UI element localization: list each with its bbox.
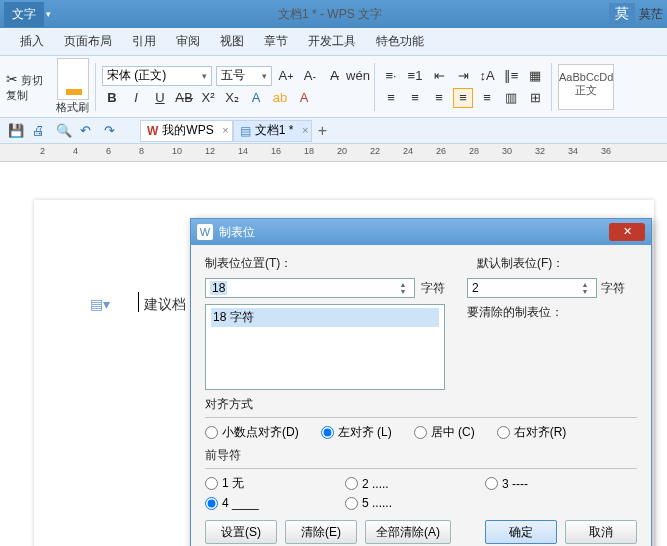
spinner-icon[interactable]: ▲▼ <box>396 281 410 295</box>
tab-mywps[interactable]: W 我的WPS × <box>140 120 233 142</box>
leader-4-radio[interactable]: 4 ____ <box>205 496 305 510</box>
menu-special[interactable]: 特色功能 <box>376 33 424 50</box>
app-menu-button[interactable]: 文字 <box>4 2 44 27</box>
menu-view[interactable]: 视图 <box>220 33 244 50</box>
clear-all-button[interactable]: 全部清除(A) <box>365 520 451 544</box>
shading-button[interactable]: ▥ <box>501 88 521 108</box>
strike-button[interactable]: A̶B̶ <box>174 88 194 108</box>
ribbon: ✂ 剪切 复制 格式刷 宋体 (正文)▾ 五号▾ A+ A- A̶ wén B … <box>0 56 667 118</box>
font-color-button[interactable]: A <box>246 88 266 108</box>
window-title: 文档1 * - WPS 文字 <box>51 6 609 23</box>
subscript-button[interactable]: X₂ <box>222 88 242 108</box>
print-icon[interactable]: 🖨 <box>32 123 48 139</box>
ruler-tick: 8 <box>139 146 144 156</box>
clear-button[interactable]: 清除(E) <box>285 520 357 544</box>
menu-dev[interactable]: 开发工具 <box>308 33 356 50</box>
tab-label: 我的WPS <box>162 122 213 139</box>
grow-font-button[interactable]: A+ <box>276 66 296 86</box>
default-tab-label: 默认制表位(F)： <box>477 255 564 272</box>
copy-button[interactable]: 复制 <box>6 88 50 103</box>
align-center-radio[interactable]: 居中 (C) <box>414 424 475 441</box>
leader-5-radio[interactable]: 5 ...... <box>345 496 445 510</box>
menu-insert[interactable]: 插入 <box>20 33 44 50</box>
list-item[interactable]: 18 字符 <box>211 308 439 327</box>
default-tab-value: 2 <box>472 281 479 295</box>
align-justify-button[interactable]: ≡ <box>453 88 473 108</box>
phonetic-button[interactable]: wén <box>348 66 368 86</box>
unit-label: 字符 <box>601 280 625 297</box>
underline-button[interactable]: U <box>150 88 170 108</box>
ruler[interactable]: 24681012141618202224262830323436 <box>0 144 667 162</box>
style-preview[interactable]: AaBbCcDd 正文 <box>558 64 614 110</box>
font-size-combo[interactable]: 五号▾ <box>216 66 272 86</box>
clear-format-button[interactable]: A̶ <box>324 66 344 86</box>
preview-icon[interactable]: 🔍 <box>56 123 72 139</box>
align-left-radio[interactable]: 左对齐 (L) <box>321 424 392 441</box>
default-tab-input[interactable]: 2 ▲▼ <box>467 278 597 298</box>
align-left-button[interactable]: ≡ <box>381 88 401 108</box>
ruler-tick: 20 <box>337 146 347 156</box>
menu-chapter[interactable]: 章节 <box>264 33 288 50</box>
ruler-tick: 14 <box>238 146 248 156</box>
italic-button[interactable]: I <box>126 88 146 108</box>
cut-button[interactable]: ✂ 剪切 <box>6 71 50 88</box>
indent-inc-button[interactable]: ⇥ <box>453 66 473 86</box>
undo-icon[interactable]: ↶ <box>80 123 96 139</box>
separator <box>205 468 637 469</box>
radio-label: 2 ..... <box>362 477 389 491</box>
dialog-titlebar[interactable]: W 制表位 ✕ <box>191 219 651 245</box>
user-name[interactable]: 莫茫 <box>635 6 667 23</box>
leader-3-radio[interactable]: 3 ---- <box>485 475 585 492</box>
bullets-button[interactable]: ≡· <box>381 66 401 86</box>
set-button[interactable]: 设置(S) <box>205 520 277 544</box>
close-button[interactable]: ✕ <box>609 223 645 241</box>
ok-button[interactable]: 确定 <box>485 520 557 544</box>
highlight-button[interactable]: ab <box>270 88 290 108</box>
spinner-icon[interactable]: ▲▼ <box>578 281 592 295</box>
align-right-radio[interactable]: 右对齐(R) <box>497 424 567 441</box>
distribute-button[interactable]: ≡ <box>477 88 497 108</box>
title-bar: 文字 ▾ 文档1 * - WPS 文字 莫 莫茫 <box>0 0 667 28</box>
align-center-button[interactable]: ≡ <box>405 88 425 108</box>
numbering-button[interactable]: ≡1 <box>405 66 425 86</box>
save-icon[interactable]: 💾 <box>8 123 24 139</box>
user-badge[interactable]: 莫 <box>609 3 635 25</box>
add-tab-button[interactable]: + <box>312 122 332 140</box>
tab-position-input[interactable]: 18 ▲▼ <box>205 278 415 298</box>
menu-review[interactable]: 审阅 <box>176 33 200 50</box>
chevron-down-icon: ▾ <box>202 71 207 81</box>
align-decimal-radio[interactable]: 小数点对齐(D) <box>205 424 299 441</box>
dialog-buttons: 设置(S) 清除(E) 全部清除(A) 确定 取消 <box>205 520 637 544</box>
border-button[interactable]: ▦ <box>525 66 545 86</box>
indent-dec-button[interactable]: ⇤ <box>429 66 449 86</box>
shrink-font-button[interactable]: A- <box>300 66 320 86</box>
cut-label: 剪切 <box>21 74 43 86</box>
ruler-tick: 12 <box>205 146 215 156</box>
leader-1-radio[interactable]: 1 无 <box>205 475 305 492</box>
cancel-button[interactable]: 取消 <box>565 520 637 544</box>
redo-icon[interactable]: ↷ <box>104 123 120 139</box>
bold-button[interactable]: B <box>102 88 122 108</box>
text-dir-button[interactable]: ↕A <box>477 66 497 86</box>
leader-2-radio[interactable]: 2 ..... <box>345 475 445 492</box>
radio-label: 5 ...... <box>362 496 392 510</box>
close-icon[interactable]: × <box>302 124 308 136</box>
line-spacing-button[interactable]: ‖≡ <box>501 66 521 86</box>
ruler-tick: 24 <box>403 146 413 156</box>
font-name-combo[interactable]: 宋体 (正文)▾ <box>102 66 212 86</box>
close-icon[interactable]: × <box>222 124 228 136</box>
superscript-button[interactable]: X² <box>198 88 218 108</box>
format-painter-label: 格式刷 <box>56 100 89 115</box>
format-painter-icon[interactable] <box>57 58 89 100</box>
tab-position-list[interactable]: 18 字符 <box>205 304 445 390</box>
menu-layout[interactable]: 页面布局 <box>64 33 112 50</box>
ruler-tick: 6 <box>106 146 111 156</box>
tab-doc1[interactable]: ▤ 文档1 * × <box>233 120 313 142</box>
ruler-tick: 30 <box>502 146 512 156</box>
text-color-button[interactable]: A <box>294 88 314 108</box>
ruler-tick: 36 <box>601 146 611 156</box>
separator <box>205 417 637 418</box>
menu-reference[interactable]: 引用 <box>132 33 156 50</box>
align-right-button[interactable]: ≡ <box>429 88 449 108</box>
tabs-button[interactable]: ⊞ <box>525 88 545 108</box>
